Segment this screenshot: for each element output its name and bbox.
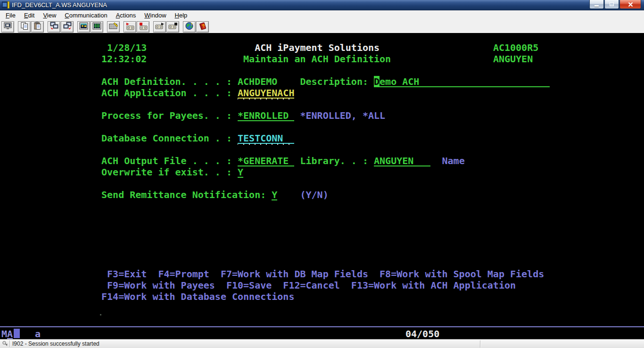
oia-input-inhibit-block	[14, 329, 20, 338]
description-label: Description:	[300, 76, 368, 87]
receive-screen-button[interactable]	[61, 21, 74, 33]
user-id: ANGUYEN	[493, 53, 533, 65]
ach-application-input[interactable]: ANGUYENACH	[238, 87, 294, 99]
session-window-icon	[3, 22, 13, 32]
pause-macro-icon	[139, 22, 148, 32]
record-macro-button[interactable]	[124, 21, 136, 33]
send-remittance-hint: (Y/N)	[300, 189, 328, 200]
status-divider-right	[480, 340, 480, 348]
paste-icon	[33, 22, 42, 32]
function-keys-line-1: F3=Exit F4=Prompt F7=Work with DB Map Fi…	[107, 268, 544, 280]
description-input[interactable]: emo ACH	[380, 76, 419, 87]
svg-text:?: ?	[190, 22, 193, 26]
close-button[interactable]	[619, 0, 641, 9]
status-message: I902 - Session successfully started	[10, 340, 99, 347]
screen-time: 12:32:02	[101, 53, 147, 65]
title-bar: IFD_DEV6CLT_A.WS ANGUYENA	[0, 0, 644, 10]
ach-output-file-input[interactable]: *GENERATE	[238, 155, 294, 166]
help-button[interactable]: ?	[196, 21, 209, 33]
menu-edit[interactable]: Edit	[20, 11, 39, 20]
application-icon	[2, 1, 9, 8]
process-for-payees-label: Process for Payees. . :	[101, 110, 232, 121]
send-remittance-input[interactable]: Y	[272, 189, 277, 200]
function-keys-line-2: F9=Work with Payees F10=Save F12=Cancel …	[107, 280, 516, 291]
display-setup-button[interactable]	[91, 21, 103, 33]
status-bar: I902 - Session successfully started	[0, 339, 644, 348]
display-setup-icon	[92, 22, 101, 32]
oia-cursor-position: 04/050	[405, 328, 439, 340]
send-remittance-label: Send Remittance Notification:	[101, 189, 266, 200]
web-browser-icon: ?	[185, 22, 194, 32]
screen-date: 1/28/13	[107, 42, 147, 53]
play-macro-icon	[155, 22, 165, 32]
screen-subtitle: Maintain an ACH Definition	[243, 53, 391, 65]
text-cursor[interactable]: D	[374, 76, 380, 87]
stop-macro-button[interactable]	[166, 21, 179, 33]
oia-shift-indicator: a	[35, 328, 41, 340]
database-connection-input[interactable]: TESTCONN	[238, 133, 294, 144]
process-for-payees-options: *ENROLLED, *ALL	[300, 110, 385, 121]
stray-pixel	[100, 314, 101, 315]
ach-definition-value: ACHDEMO	[238, 76, 277, 87]
send-screen-button[interactable]	[48, 21, 60, 33]
record-macro-icon	[125, 22, 135, 32]
process-for-payees-input[interactable]: *ENROLLED	[238, 110, 294, 121]
library-label: Library. . :	[300, 155, 368, 166]
play-macro-button[interactable]	[153, 21, 166, 33]
overwrite-label: Overwrite if exist. . :	[101, 166, 232, 178]
virtual-keyboard-icon	[109, 22, 118, 32]
receive-screen-icon	[63, 22, 72, 32]
status-connection-icon	[0, 340, 9, 348]
menu-communication[interactable]: Communication	[60, 11, 111, 20]
ach-output-file-label: ACH Output File . . . :	[101, 155, 232, 166]
session-window-button[interactable]	[1, 21, 14, 33]
menu-window[interactable]: Window	[140, 11, 170, 20]
tool-bar: ??	[0, 21, 644, 33]
program-id: AC1000R5	[493, 42, 538, 53]
terminal-screen[interactable]: MA a 04/050 1/28/13ACH iPayment Solution…	[0, 33, 644, 339]
copy-icon	[20, 22, 29, 32]
virtual-keyboard-button[interactable]	[107, 21, 120, 33]
zoom-screen-button[interactable]	[77, 21, 90, 33]
send-screen-icon	[50, 22, 59, 32]
help-icon: ?	[198, 22, 207, 32]
oia-separator	[0, 326, 644, 327]
overwrite-input[interactable]: Y	[238, 166, 243, 178]
zoom-screen-icon	[79, 22, 88, 32]
window-title: IFD_DEV6CLT_A.WS ANGUYENA	[12, 1, 107, 8]
stop-macro-icon	[168, 22, 178, 32]
ach-definition-label: ACH Definition. . . . :	[101, 76, 232, 87]
pause-macro-button[interactable]	[137, 21, 149, 33]
database-connection-label: Database Connection . :	[101, 133, 232, 144]
menu-view[interactable]: View	[39, 11, 60, 20]
description-input-blank[interactable]	[419, 76, 550, 87]
library-input[interactable]: ANGUYEN	[374, 155, 430, 166]
function-keys-line-3: F14=Work with Database Connections	[101, 291, 294, 302]
screen-title: ACH iPayment Solutions	[255, 42, 380, 53]
menu-help[interactable]: Help	[171, 11, 192, 20]
menu-bar: FileEditViewCommunicationActionsWindowHe…	[0, 10, 644, 21]
ach-application-label: ACH Application . . . :	[101, 87, 232, 99]
menu-actions[interactable]: Actions	[112, 11, 140, 20]
library-hint: Name	[442, 155, 465, 166]
web-browser-button[interactable]: ?	[183, 21, 196, 33]
restore-button[interactable]	[604, 0, 619, 9]
menu-file[interactable]: File	[1, 11, 20, 20]
minimize-button[interactable]	[589, 0, 604, 9]
copy-button[interactable]	[18, 21, 31, 33]
paste-button[interactable]	[31, 21, 44, 33]
